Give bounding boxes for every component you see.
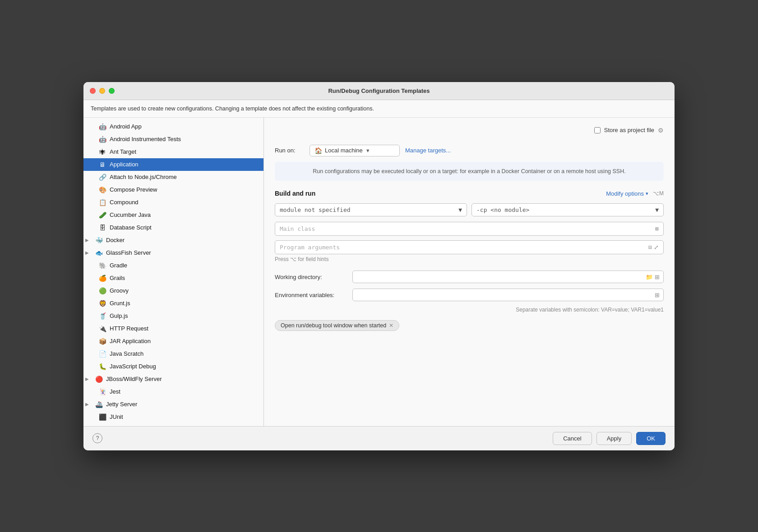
home-icon: 🏠 [314,147,322,154]
sidebar-item-jetty-server[interactable]: ▶🚢Jetty Server [83,398,263,411]
expand-arrow-icon: ▶ [85,238,92,243]
folder-icon[interactable]: 📁 [646,274,653,280]
database-script-icon: 🗄 [98,224,106,232]
info-text: Templates are used to create new configu… [91,105,374,112]
help-button[interactable]: ? [92,433,102,443]
fullscreen-icon[interactable]: ⤢ [654,244,659,251]
sidebar-item-java-scratch[interactable]: 📄Java Scratch [83,348,263,360]
sidebar: 🤖Android App🤖Android Instrumented Tests🕷… [83,118,264,426]
sidebar-item-label-jetty-server: Jetty Server [106,401,137,408]
sidebar-item-label-ant-target: Ant Target [110,148,136,155]
sidebar-item-label-grails: Grails [110,275,125,281]
application-icon: 🖥 [98,161,106,169]
prog-args-icons: ⊡ ⤢ [648,244,659,251]
module-dropdown[interactable]: module not specified ▼ [275,203,467,216]
sidebar-item-gulp-js[interactable]: 🥤Gulp.js [83,310,263,322]
gear-icon[interactable]: ⚙ [658,127,664,134]
glassfish-server-icon: 🐟 [95,249,103,257]
working-dir-row: Working directory: 📁 ⊞ [275,271,664,283]
build-run-title: Build and run [275,190,315,197]
sidebar-item-junit[interactable]: ⬛JUnit [83,411,263,423]
sidebar-item-label-http-request: HTTP Request [110,325,148,332]
android-app-icon: 🤖 [98,123,106,131]
sidebar-item-label-database-script: Database Script [110,224,152,231]
sidebar-item-cucumber-java[interactable]: 🥒Cucumber Java [83,209,263,221]
working-dir-edit-icon[interactable]: ⊞ [655,274,660,280]
sidebar-item-grunt-js[interactable]: 🦁Grunt.js [83,297,263,310]
sidebar-item-jest[interactable]: 🃏Jest [83,385,263,398]
grails-icon: 🍊 [98,274,106,282]
sidebar-item-database-script[interactable]: 🗄Database Script [83,221,263,234]
manage-targets-link[interactable]: Manage targets... [405,147,451,154]
sidebar-item-label-jboss-wildfly: JBoss/WildFly Server [106,376,162,382]
main-content: 🤖Android App🤖Android Instrumented Tests🕷… [83,118,675,426]
sidebar-item-compose-preview[interactable]: 🎨Compose Preview [83,183,263,196]
module-value: module not specified [280,206,351,213]
sidebar-item-jboss-wildfly[interactable]: ▶🔴JBoss/WildFly Server [83,373,263,385]
sidebar-item-docker[interactable]: ▶🐳Docker [83,234,263,247]
sidebar-item-label-docker: Docker [106,237,125,243]
program-args-field[interactable]: Program arguments ⊡ ⤢ [275,240,664,254]
main-class-field[interactable]: Main class ⊞ [275,222,664,236]
sidebar-item-javascript-debug[interactable]: 🐛JavaScript Debug [83,360,263,373]
docker-icon: 🐳 [95,236,103,244]
sidebar-item-label-android-app: Android App [110,123,142,130]
compound-icon: 📋 [98,198,106,206]
minimize-button[interactable] [99,88,105,94]
ok-button[interactable]: OK [636,432,666,445]
traffic-lights [90,88,115,94]
sidebar-item-grails[interactable]: 🍊Grails [83,272,263,284]
sidebar-item-label-javascript-debug: JavaScript Debug [110,363,156,370]
run-on-row: Run on: 🏠 Local machine ▼ Manage targets… [275,145,664,156]
working-dir-input[interactable]: 📁 ⊞ [352,271,664,283]
run-on-dropdown[interactable]: 🏠 Local machine ▼ [310,145,400,156]
env-vars-input[interactable]: ⊞ [352,289,664,301]
modify-options-button[interactable]: Modify options [606,190,644,197]
gradle-icon: 🐘 [98,261,106,270]
close-button[interactable] [90,88,96,94]
groovy-icon: 🟢 [98,287,106,295]
tag-chips-row: Open run/debug tool window when started … [275,320,664,331]
sidebar-item-label-cucumber-java: Cucumber Java [110,211,151,218]
cp-dropdown[interactable]: -cp <no module> ▼ [471,203,664,216]
sidebar-item-android-app[interactable]: 🤖Android App [83,120,263,133]
run-on-value: Local machine [325,147,363,154]
run-hint-text: Run configurations may be executed local… [313,168,625,174]
sidebar-item-label-compound: Compound [110,199,139,206]
window-title: Run/Debug Configuration Templates [328,87,430,94]
expand-icon[interactable]: ⊡ [648,244,652,251]
sidebar-item-android-instrumented-tests[interactable]: 🤖Android Instrumented Tests [83,133,263,146]
sidebar-item-label-jest: Jest [110,388,120,395]
sidebar-item-label-jar-application: JAR Application [110,338,151,344]
sidebar-item-label-groovy: Groovy [110,287,129,294]
store-label: Store as project file [604,127,654,133]
maximize-button[interactable] [109,88,115,94]
expand-arrow-icon: ▶ [85,402,92,407]
main-class-placeholder: Main class [280,225,315,232]
store-project-checkbox[interactable] [594,127,601,133]
file-icon[interactable]: ⊞ [655,225,659,232]
sidebar-item-ant-target[interactable]: 🕷Ant Target [83,146,263,158]
window: Run/Debug Configuration Templates Templa… [83,82,675,450]
cancel-button[interactable]: Cancel [553,432,592,445]
sidebar-item-application[interactable]: 🖥Application [83,158,263,171]
expand-arrow-icon: ▶ [85,250,92,255]
sidebar-item-attach-node[interactable]: 🔗Attach to Node.js/Chrome [83,171,263,183]
dropdown-arrow-icon: ▼ [365,148,370,153]
jetty-server-icon: 🚢 [95,400,103,408]
env-vars-row: Environment variables: ⊞ [275,289,664,301]
sidebar-item-compound[interactable]: 📋Compound [83,196,263,209]
grunt-js-icon: 🦁 [98,299,106,307]
attach-node-icon: 🔗 [98,173,106,181]
env-vars-edit-icon[interactable]: ⊞ [655,292,660,298]
sidebar-item-jar-application[interactable]: 📦JAR Application [83,335,263,348]
sidebar-item-label-java-scratch: Java Scratch [110,350,143,357]
sidebar-item-groovy[interactable]: 🟢Groovy [83,284,263,297]
sidebar-item-http-request[interactable]: 🔌HTTP Request [83,322,263,335]
chip-label: Open run/debug tool window when started [281,322,386,329]
chip-close-button[interactable]: ✕ [389,322,393,329]
apply-button[interactable]: Apply [596,432,632,445]
sidebar-item-glassfish-server[interactable]: ▶🐟GlassFish Server [83,247,263,259]
jboss-wildfly-icon: 🔴 [95,375,103,383]
sidebar-item-gradle[interactable]: 🐘Gradle [83,259,263,272]
